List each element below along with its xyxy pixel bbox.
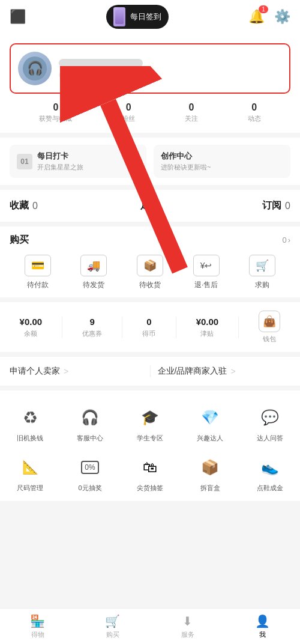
service-trade-in[interactable]: ♻ 旧机换钱 xyxy=(0,399,60,449)
pending-ship-icon: 🚚 xyxy=(80,255,107,276)
stat-following[interactable]: 0 关注 xyxy=(185,102,198,123)
signin-label: 每日签到 xyxy=(130,11,161,22)
buy-icon: 🛒 xyxy=(105,614,120,628)
stat-likes-label: 获赞与收藏 xyxy=(39,114,72,123)
pending-receive-label: 待收货 xyxy=(139,280,161,290)
raffle-label: 尖货抽签 xyxy=(137,484,163,493)
refund-label: 退·售后 xyxy=(194,280,218,290)
nav-item-service[interactable]: ⬇ 服务 xyxy=(150,610,225,643)
blind-box-icon: 📦 xyxy=(197,455,223,480)
wallet-purse[interactable]: 👜 钱包 xyxy=(259,311,280,344)
stat-likes[interactable]: 0 获赞与收藏 xyxy=(39,102,72,123)
service-interest[interactable]: 💎 兴趣达人 xyxy=(180,399,240,449)
collection-item-favorites[interactable]: 收藏 0 xyxy=(10,199,38,212)
wallet-coupon-value: 9 xyxy=(90,317,95,327)
pending-pay-icon: 💳 xyxy=(25,255,51,276)
nav-label-buy: 购买 xyxy=(106,630,119,639)
wallet-balance[interactable]: ¥0.00 余额 xyxy=(20,317,43,338)
purchase-pending-pay[interactable]: 💳 待付款 xyxy=(25,255,51,290)
wanted-label: 求购 xyxy=(255,280,269,290)
profile-subtitle xyxy=(59,72,119,78)
nav-label-home: 得物 xyxy=(31,630,44,639)
seller-divider xyxy=(150,365,151,377)
stat-fans[interactable]: 0 粉丝 xyxy=(122,102,135,123)
individual-seller-label: 申请个人卖家 xyxy=(10,366,60,377)
collection-label-favorites: 收藏 xyxy=(10,199,29,212)
settings-icon[interactable]: ⚙️ xyxy=(274,9,290,25)
wallet-coupon[interactable]: 9 优惠券 xyxy=(82,317,102,338)
wallet-subsidy-label: 津贴 xyxy=(200,329,214,338)
purchase-refund[interactable]: ¥↩ 退·售后 xyxy=(193,255,220,290)
service-lucky-draw[interactable]: 0% 0元抽奖 xyxy=(60,449,120,499)
lucky-draw-label: 0元抽奖 xyxy=(78,484,101,493)
service-shoe-gold[interactable]: 👟 点鞋成金 xyxy=(240,449,300,499)
brand-seller-button[interactable]: 企业/品牌商家入驻 > xyxy=(158,366,291,377)
service-qa[interactable]: 💬 达人问答 xyxy=(240,399,300,449)
notification-button[interactable]: 🔔 1 xyxy=(248,9,265,25)
service-size[interactable]: 📐 尺码管理 xyxy=(0,449,60,499)
purchase-header: 购买 0 › xyxy=(10,234,290,246)
stat-following-num: 0 xyxy=(185,102,198,113)
wanted-icon: 🛒 xyxy=(249,255,275,276)
pending-pay-label: 待付款 xyxy=(27,280,49,290)
banner-sub-daily: 开启集星星之旅 xyxy=(37,163,83,172)
collection-label-subscribe: 订阅 xyxy=(262,199,281,212)
wallet-section: ¥0.00 余额 9 优惠券 0 得币 ¥0.00 津贴 👜 钱包 xyxy=(0,302,300,352)
purchase-count[interactable]: 0 › xyxy=(282,235,290,245)
wallet-coins[interactable]: 0 得币 xyxy=(142,317,155,338)
purchase-section: 购买 0 › 💳 待付款 🚚 待发货 📦 待收货 ¥↩ 退·售后 🛒 求购 xyxy=(0,226,300,297)
service-raffle[interactable]: 🛍 尖货抽签 xyxy=(120,449,180,499)
nav-item-me[interactable]: 👤 我 xyxy=(225,610,300,643)
stat-dynamic-label: 动态 xyxy=(248,114,261,123)
wallet-sep-3 xyxy=(176,317,176,338)
wallet-coins-label: 得币 xyxy=(142,329,155,338)
customer-label: 客服中心 xyxy=(77,434,103,443)
profile-info xyxy=(59,59,282,78)
profile-card[interactable] xyxy=(10,43,290,94)
stat-fans-num: 0 xyxy=(122,102,135,113)
purchase-pending-ship[interactable]: 🚚 待发货 xyxy=(80,255,107,290)
purchase-pending-receive[interactable]: 📦 待收货 xyxy=(137,255,163,290)
refund-icon: ¥↩ xyxy=(193,255,220,276)
me-icon: 👤 xyxy=(255,614,270,628)
purchase-title: 购买 xyxy=(10,234,29,246)
stat-fans-label: 粉丝 xyxy=(122,114,135,123)
service-blind-box[interactable]: 📦 拆盲盒 xyxy=(180,449,240,499)
daily-checkin-banner[interactable]: 01 每日打卡 开启集星星之旅 xyxy=(10,145,146,178)
qa-label: 达人问答 xyxy=(257,434,283,443)
purchase-wanted[interactable]: 🛒 求购 xyxy=(249,255,275,290)
banner-title-daily: 每日打卡 xyxy=(37,151,83,162)
creator-center-banner[interactable]: 创作中心 进阶秘诀更新啦~ xyxy=(154,145,290,178)
nav-label-service: 服务 xyxy=(181,630,194,639)
collection-item-subscribe[interactable]: 订阅 0 xyxy=(262,199,290,212)
collection-num-subscribe: 0 xyxy=(285,201,290,211)
action-banners: 01 每日打卡 开启集星星之旅 创作中心 进阶秘诀更新啦~ xyxy=(0,138,300,185)
stat-following-label: 关注 xyxy=(185,114,198,123)
daily-signin-button[interactable]: 每日签到 xyxy=(106,5,169,29)
wallet-subsidy-value: ¥0.00 xyxy=(196,317,219,327)
wallet-subsidy[interactable]: ¥0.00 津贴 xyxy=(196,317,219,338)
service-student[interactable]: 🎓 学生专区 xyxy=(120,399,180,449)
service-customer[interactable]: 🎧 客服中心 xyxy=(60,399,120,449)
size-icon: 📐 xyxy=(17,455,43,480)
brand-seller-arrow: > xyxy=(230,366,235,376)
raffle-icon: 🛍 xyxy=(137,455,163,480)
trade-in-label: 旧机换钱 xyxy=(17,434,43,443)
nav-item-buy[interactable]: 🛒 购买 xyxy=(75,610,150,643)
size-label: 尺码管理 xyxy=(17,484,43,493)
nav-label-me: 我 xyxy=(259,630,266,639)
home-icon: 🏪 xyxy=(30,614,45,628)
header: ⬛ 每日签到 🔔 1 ⚙️ xyxy=(0,0,300,34)
scan-button[interactable]: ⬛ xyxy=(10,9,26,25)
collections-row: 收藏 0 足迹 订阅 0 xyxy=(10,199,290,212)
banner-text-daily: 每日打卡 开启集星星之旅 xyxy=(37,151,83,172)
pending-receive-icon: 📦 xyxy=(137,255,163,276)
individual-seller-arrow: > xyxy=(64,366,68,376)
individual-seller-button[interactable]: 申请个人卖家 > xyxy=(10,366,143,377)
collection-item-footprint[interactable]: 足迹 xyxy=(140,199,160,212)
stat-dynamic-num: 0 xyxy=(248,102,261,113)
service-nav-icon: ⬇ xyxy=(182,614,193,628)
avatar xyxy=(18,52,52,85)
nav-item-home[interactable]: 🏪 得物 xyxy=(0,610,75,643)
stat-dynamic[interactable]: 0 动态 xyxy=(248,102,261,123)
